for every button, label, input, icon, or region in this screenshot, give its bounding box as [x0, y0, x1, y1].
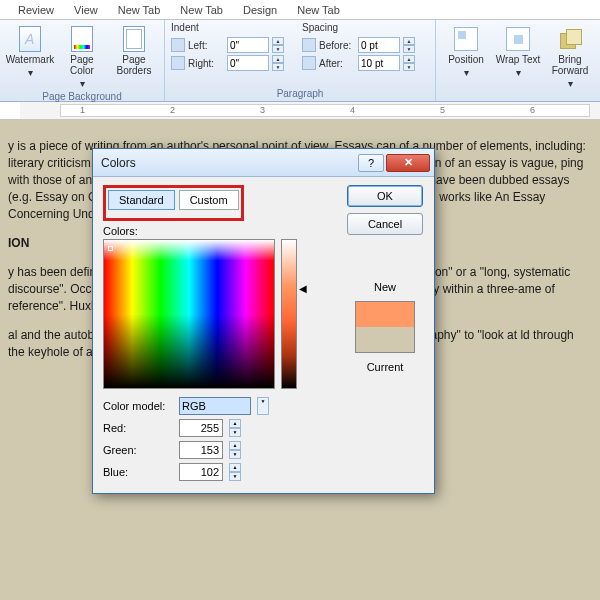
- page-borders-button[interactable]: Page Borders: [110, 22, 158, 76]
- help-button[interactable]: ?: [358, 154, 384, 172]
- tab-new2[interactable]: New Tab: [170, 1, 233, 19]
- spacing-before-icon: [302, 38, 316, 52]
- tab-custom[interactable]: Custom: [179, 190, 239, 210]
- indent-left-icon: [171, 38, 185, 52]
- page-color-button[interactable]: Page Color▾: [58, 22, 106, 89]
- wrap-text-icon: [506, 27, 530, 51]
- position-button[interactable]: Position▾: [442, 22, 490, 78]
- indent-left-input[interactable]: [227, 37, 269, 53]
- position-icon: [454, 27, 478, 51]
- spacing-before-spinner[interactable]: ▲▼: [403, 37, 415, 53]
- indent-right-icon: [171, 56, 185, 70]
- wrap-text-button[interactable]: Wrap Text▾: [494, 22, 542, 78]
- ribbon-tabs: Review View New Tab New Tab Design New T…: [0, 0, 600, 20]
- green-input[interactable]: [179, 441, 223, 459]
- blue-input[interactable]: [179, 463, 223, 481]
- new-color-preview: [356, 302, 414, 327]
- colors-dialog: Colors ? ✕ Standard Custom Colors: ◀: [92, 148, 435, 494]
- group-label-paragraph: Paragraph: [171, 86, 429, 101]
- spacing-after-input[interactable]: [358, 55, 400, 71]
- watermark-icon: [19, 26, 41, 52]
- blue-spinner[interactable]: ▲▼: [229, 463, 241, 481]
- indent-right-input[interactable]: [227, 55, 269, 71]
- spacing-after-label: After:: [319, 58, 355, 69]
- indent-right-spinner[interactable]: ▲▼: [272, 55, 284, 71]
- group-arrange: Position▾ Wrap Text▾ Bring Forward▾: [436, 20, 600, 101]
- ruler[interactable]: 1 2 3 4 5 6: [0, 102, 600, 120]
- green-label: Green:: [103, 444, 173, 456]
- green-spinner[interactable]: ▲▼: [229, 441, 241, 459]
- color-marker[interactable]: [108, 246, 113, 251]
- tab-new3[interactable]: New Tab: [287, 1, 350, 19]
- dialog-title: Colors: [101, 156, 356, 170]
- current-color-label: Current: [367, 361, 404, 373]
- bring-forward-icon: [558, 27, 582, 51]
- page-color-icon: [71, 26, 93, 52]
- tab-standard[interactable]: Standard: [108, 190, 175, 210]
- bring-forward-button[interactable]: Bring Forward▾: [546, 22, 594, 89]
- colors-label: Colors:: [103, 225, 334, 237]
- indent-left-spinner[interactable]: ▲▼: [272, 37, 284, 53]
- page-borders-icon: [123, 26, 145, 52]
- luminance-slider[interactable]: [281, 239, 297, 389]
- new-color-label: New: [374, 281, 396, 293]
- slider-arrow-icon[interactable]: ◀: [299, 283, 307, 294]
- red-spinner[interactable]: ▲▼: [229, 419, 241, 437]
- color-model-label: Color model:: [103, 400, 173, 412]
- tab-review[interactable]: Review: [8, 1, 64, 19]
- tab-new1[interactable]: New Tab: [108, 1, 171, 19]
- indent-left-label: Left:: [188, 40, 224, 51]
- spacing-after-spinner[interactable]: ▲▼: [403, 55, 415, 71]
- spacing-before-input[interactable]: [358, 37, 400, 53]
- spacing-after-icon: [302, 56, 316, 70]
- tab-view[interactable]: View: [64, 1, 108, 19]
- color-model-dropdown[interactable]: ▼: [257, 397, 269, 415]
- color-swatch: [355, 301, 415, 353]
- spacing-before-label: Before:: [319, 40, 355, 51]
- red-input[interactable]: [179, 419, 223, 437]
- current-color-preview: [356, 327, 414, 352]
- close-button[interactable]: ✕: [386, 154, 430, 172]
- group-page-background: Watermark▾ Page Color▾ Page Borders Page…: [0, 20, 165, 101]
- red-label: Red:: [103, 422, 173, 434]
- indent-heading: Indent: [171, 22, 284, 33]
- spacing-heading: Spacing: [302, 22, 415, 33]
- group-paragraph: Indent Left: ▲▼ Right: ▲▼ Spacing: [165, 20, 436, 101]
- ok-button[interactable]: OK: [347, 185, 423, 207]
- dialog-titlebar[interactable]: Colors ? ✕: [93, 149, 434, 177]
- indent-right-label: Right:: [188, 58, 224, 69]
- tab-design[interactable]: Design: [233, 1, 287, 19]
- ribbon: Watermark▾ Page Color▾ Page Borders Page…: [0, 20, 600, 102]
- watermark-button[interactable]: Watermark▾: [6, 22, 54, 78]
- blue-label: Blue:: [103, 466, 173, 478]
- color-gradient-picker[interactable]: [103, 239, 275, 389]
- color-model-select[interactable]: [179, 397, 251, 415]
- cancel-button[interactable]: Cancel: [347, 213, 423, 235]
